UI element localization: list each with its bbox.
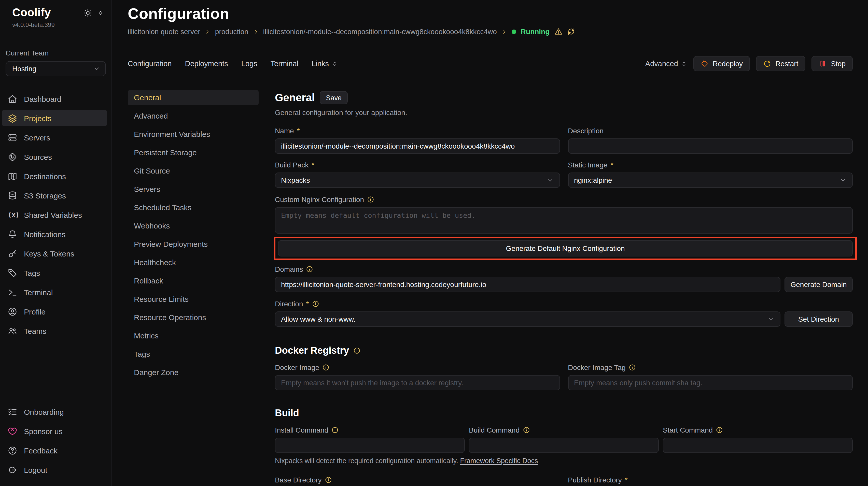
nixpacks-note: Nixpacks will detect the required config… bbox=[275, 457, 853, 465]
tab-configuration[interactable]: Configuration bbox=[128, 60, 172, 68]
subnav-persistent-storage[interactable]: Persistent Storage bbox=[128, 145, 259, 160]
app-logo: Coolify bbox=[12, 6, 51, 19]
docker-image-tag-input[interactable] bbox=[568, 375, 853, 390]
sidebar-item-logout[interactable]: Logout bbox=[2, 461, 107, 478]
subnav-general[interactable]: General bbox=[128, 90, 259, 105]
sidebar-item-notifications[interactable]: Notifications bbox=[2, 226, 107, 242]
sidebar-item-tags[interactable]: Tags bbox=[2, 265, 107, 281]
docker-image-input[interactable] bbox=[275, 375, 560, 390]
subnav-resource-limits[interactable]: Resource Limits bbox=[128, 292, 259, 307]
redeploy-button[interactable]: Redeploy bbox=[693, 56, 750, 71]
chevron-down-icon bbox=[93, 65, 100, 72]
theme-toggle-sun-icon[interactable] bbox=[84, 8, 92, 17]
name-input[interactable] bbox=[275, 138, 560, 154]
sidebar-item-profile[interactable]: Profile bbox=[2, 303, 107, 320]
tab-deployments[interactable]: Deployments bbox=[185, 60, 228, 68]
sidebar-collapse-chevrons-icon[interactable] bbox=[97, 9, 104, 16]
info-icon[interactable] bbox=[716, 426, 723, 433]
key-icon bbox=[8, 249, 17, 258]
description-input[interactable] bbox=[568, 138, 853, 154]
section-heading-build: Build bbox=[275, 408, 299, 419]
sidebar-item-projects[interactable]: Projects bbox=[2, 110, 107, 126]
info-icon[interactable] bbox=[523, 426, 530, 433]
required-asterisk: * bbox=[306, 300, 309, 308]
info-icon[interactable] bbox=[353, 347, 360, 354]
subnav-tags[interactable]: Tags bbox=[128, 347, 259, 362]
subnav-preview-deployments[interactable]: Preview Deployments bbox=[128, 237, 259, 252]
sidebar: Coolify v4.0.0-beta.399 Current Team Hos… bbox=[0, 0, 112, 486]
subnav-metrics[interactable]: Metrics bbox=[128, 328, 259, 344]
braces-x-icon: (x) bbox=[8, 211, 17, 219]
custom-nginx-config-textarea[interactable] bbox=[275, 207, 853, 234]
required-asterisk: * bbox=[611, 161, 614, 169]
sidebar-item-keys-tokens[interactable]: Keys & Tokens bbox=[2, 245, 107, 262]
info-icon[interactable] bbox=[306, 266, 313, 273]
direction-select[interactable]: Allow www & non-www. bbox=[275, 312, 780, 327]
start-command-input[interactable] bbox=[663, 438, 853, 453]
sidebar-item-dashboard[interactable]: Dashboard bbox=[2, 91, 107, 107]
sidebar-item-servers[interactable]: Servers bbox=[2, 129, 107, 145]
breadcrumb-application[interactable]: illicitestonion/-module--decomposition:m… bbox=[263, 28, 497, 36]
sidebar-item-sponsor[interactable]: Sponsor us bbox=[2, 423, 107, 439]
section-heading-docker-registry: Docker Registry bbox=[275, 345, 349, 356]
chevron-down-icon bbox=[547, 176, 554, 184]
stop-button[interactable]: Stop bbox=[811, 56, 853, 71]
tab-logs[interactable]: Logs bbox=[241, 60, 257, 68]
set-direction-button[interactable]: Set Direction bbox=[784, 312, 853, 327]
sidebar-item-feedback[interactable]: Feedback bbox=[2, 442, 107, 458]
tab-terminal[interactable]: Terminal bbox=[271, 60, 299, 68]
tag-icon bbox=[8, 268, 17, 278]
sidebar-item-s3-storages[interactable]: S3 Storages bbox=[2, 187, 107, 203]
subnav-healthcheck[interactable]: Healthcheck bbox=[128, 255, 259, 270]
subnav-resource-operations[interactable]: Resource Operations bbox=[128, 310, 259, 325]
sidebar-item-teams[interactable]: Teams bbox=[2, 323, 107, 339]
sidebar-item-onboarding[interactable]: Onboarding bbox=[2, 403, 107, 420]
subnav-git-source[interactable]: Git Source bbox=[128, 163, 259, 179]
restart-button[interactable]: Restart bbox=[756, 56, 805, 71]
status-badge[interactable]: Running bbox=[521, 28, 550, 36]
info-icon[interactable] bbox=[325, 476, 332, 483]
server-icon bbox=[8, 133, 17, 142]
tab-links[interactable]: Links bbox=[312, 60, 338, 68]
framework-docs-link[interactable]: Framework Specific Docs bbox=[460, 457, 538, 465]
install-command-input[interactable] bbox=[275, 438, 465, 453]
info-icon[interactable] bbox=[629, 364, 636, 371]
team-select[interactable]: Hosting bbox=[6, 61, 106, 76]
subnav-scheduled-tasks[interactable]: Scheduled Tasks bbox=[128, 200, 259, 215]
tab-bar: Configuration Deployments Logs Terminal … bbox=[128, 56, 853, 71]
sidebar-item-terminal[interactable]: Terminal bbox=[2, 284, 107, 300]
breadcrumb-environment[interactable]: production bbox=[215, 28, 248, 36]
info-icon[interactable] bbox=[367, 196, 374, 203]
generate-default-nginx-button[interactable]: Generate Default Nginx Configuration bbox=[278, 240, 853, 257]
sidebar-item-shared-variables[interactable]: (x) Shared Variables bbox=[2, 206, 107, 223]
app-window: Coolify v4.0.0-beta.399 Current Team Hos… bbox=[0, 0, 868, 486]
subnav-servers[interactable]: Servers bbox=[128, 182, 259, 197]
subnav-rollback[interactable]: Rollback bbox=[128, 273, 259, 289]
info-icon[interactable] bbox=[332, 426, 339, 433]
sidebar-item-destinations[interactable]: Destinations bbox=[2, 168, 107, 184]
info-icon[interactable] bbox=[312, 300, 319, 307]
sidebar-item-sources[interactable]: Sources bbox=[2, 149, 107, 165]
main-content: Configuration illicitonion quote server … bbox=[112, 0, 868, 486]
static-image-select[interactable]: nginx:alpine bbox=[568, 172, 853, 188]
build-pack-select[interactable]: Nixpacks bbox=[275, 172, 560, 188]
warning-triangle-icon[interactable] bbox=[554, 28, 562, 36]
generate-domain-button[interactable]: Generate Domain bbox=[784, 277, 853, 292]
breadcrumb-project[interactable]: illicitonion quote server bbox=[128, 28, 200, 36]
domains-input[interactable] bbox=[275, 277, 780, 292]
chevron-right-icon bbox=[253, 29, 259, 34]
subnav-danger-zone[interactable]: Danger Zone bbox=[128, 365, 259, 380]
refresh-icon[interactable] bbox=[567, 28, 575, 36]
required-asterisk: * bbox=[312, 161, 314, 169]
bell-icon bbox=[8, 229, 17, 239]
subnav-environment-variables[interactable]: Environment Variables bbox=[128, 127, 259, 142]
info-icon[interactable] bbox=[322, 364, 330, 371]
sidebar-footer: Onboarding Sponsor us Feedback Logout bbox=[0, 403, 111, 481]
advanced-menu[interactable]: Advanced bbox=[645, 60, 687, 68]
status-dot bbox=[512, 29, 516, 34]
build-command-input[interactable] bbox=[469, 438, 659, 453]
subnav-advanced[interactable]: Advanced bbox=[128, 108, 259, 124]
breadcrumb: illicitonion quote server production ill… bbox=[128, 28, 853, 36]
subnav-webhooks[interactable]: Webhooks bbox=[128, 218, 259, 234]
save-button[interactable]: Save bbox=[320, 91, 348, 104]
